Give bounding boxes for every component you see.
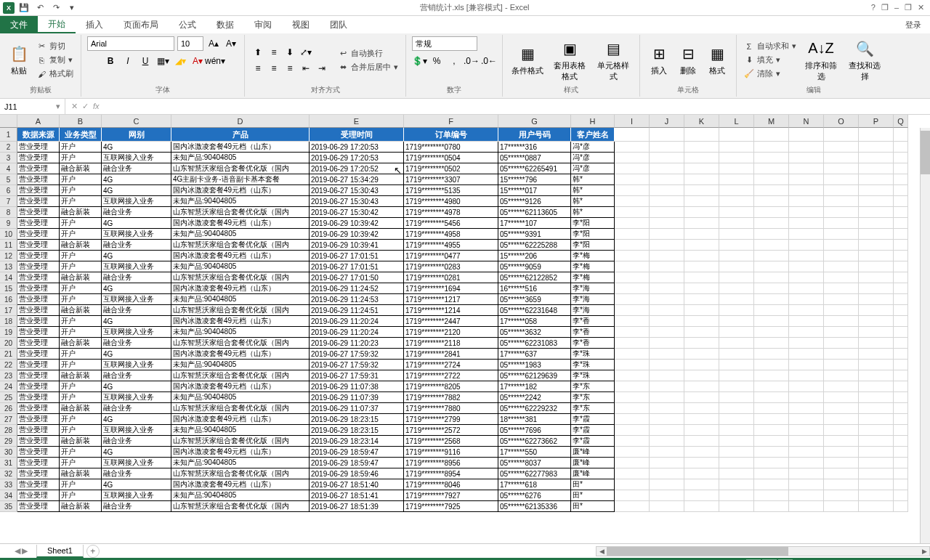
- cell-M30[interactable]: [754, 447, 789, 458]
- cell-C20[interactable]: 融合业务: [102, 338, 171, 349]
- cell-F3[interactable]: 1719********0504: [404, 153, 498, 163]
- cell-M25[interactable]: [754, 392, 789, 403]
- row-header-28[interactable]: 28: [0, 425, 17, 436]
- cell-N19[interactable]: [789, 327, 824, 338]
- cell-J35[interactable]: [650, 501, 684, 512]
- cell-F6[interactable]: 1719********5135: [404, 185, 498, 196]
- cell-C23[interactable]: 融合业务: [102, 370, 171, 381]
- cell-D35[interactable]: 山东智慧沃家组合套餐优化版（国内: [171, 501, 310, 512]
- cell-E10[interactable]: 2019-06-29 10:39:42: [310, 229, 404, 240]
- cell-J7[interactable]: [650, 196, 684, 207]
- row-header-29[interactable]: 29: [0, 436, 17, 447]
- cell-F34[interactable]: 1719********7927: [404, 490, 498, 501]
- cell-H31[interactable]: 廉*峰: [571, 458, 615, 468]
- cell-Q14[interactable]: [894, 272, 908, 283]
- cell-C30[interactable]: 4G: [102, 447, 171, 458]
- cell-Q26[interactable]: [894, 403, 908, 414]
- cell-E21[interactable]: 2019-06-27 17:59:32: [310, 349, 404, 360]
- cell-F2[interactable]: 1719********0780: [404, 142, 498, 153]
- cell-P8[interactable]: [859, 207, 894, 218]
- cell-N27[interactable]: [789, 414, 824, 425]
- cell-E31[interactable]: 2019-06-29 18:59:47: [310, 458, 404, 468]
- cell-K7[interactable]: [684, 196, 719, 207]
- increase-font-button[interactable]: A▴: [206, 36, 221, 51]
- cell-M33[interactable]: [754, 479, 789, 490]
- cell-P12[interactable]: [859, 251, 894, 261]
- cell-G28[interactable]: 05******7696: [498, 425, 571, 436]
- cell-Q2[interactable]: [894, 142, 908, 153]
- cell-A21[interactable]: 营业受理: [17, 349, 60, 360]
- column-header-Q[interactable]: Q: [894, 115, 908, 128]
- cell-N30[interactable]: [789, 447, 824, 458]
- cell-D9[interactable]: 国内冰激凌套餐49元档（山东）: [171, 218, 310, 229]
- cell-B32[interactable]: 融合新装: [60, 468, 102, 479]
- border-button[interactable]: ▦▾: [155, 54, 170, 68]
- cell-C11[interactable]: 融合业务: [102, 240, 171, 251]
- column-header-P[interactable]: P: [859, 115, 894, 128]
- cell-P34[interactable]: [859, 490, 894, 501]
- column-header-E[interactable]: E: [310, 115, 404, 128]
- save-button[interactable]: 💾: [17, 1, 31, 15]
- cell-F12[interactable]: 1719********0477: [404, 251, 498, 261]
- cell-B10[interactable]: 开户: [60, 229, 102, 240]
- cell-I20[interactable]: [615, 338, 650, 349]
- cell-K2[interactable]: [684, 142, 719, 153]
- cell-J28[interactable]: [650, 425, 684, 436]
- cell-A20[interactable]: 营业受理: [17, 338, 60, 349]
- cell-P35[interactable]: [859, 501, 894, 512]
- tab-home[interactable]: 开始: [38, 16, 76, 33]
- cell-F20[interactable]: 1719********2118: [404, 338, 498, 349]
- cell-F25[interactable]: 1719********7882: [404, 392, 498, 403]
- cell-D20[interactable]: 山东智慧沃家组合套餐优化版（国内: [171, 338, 310, 349]
- cell-N5[interactable]: [789, 174, 824, 185]
- cell-N14[interactable]: [789, 272, 824, 283]
- cell-O29[interactable]: [824, 436, 859, 447]
- cell-G25[interactable]: 05******2242: [498, 392, 571, 403]
- cell-G31[interactable]: 05******8037: [498, 458, 571, 468]
- cell-M5[interactable]: [754, 174, 789, 185]
- cell-J14[interactable]: [650, 272, 684, 283]
- cell-F31[interactable]: 1719********8956: [404, 458, 498, 468]
- row-header-32[interactable]: 32: [0, 468, 17, 479]
- cell-B30[interactable]: 开户: [60, 447, 102, 458]
- cell-L5[interactable]: [719, 174, 754, 185]
- cell-G13[interactable]: 05******9059: [498, 261, 571, 272]
- cell-F22[interactable]: 1719********2724: [404, 360, 498, 370]
- cell-J17[interactable]: [650, 305, 684, 316]
- cell-M7[interactable]: [754, 196, 789, 207]
- cell-J10[interactable]: [650, 229, 684, 240]
- cell-O30[interactable]: [824, 447, 859, 458]
- cell-B25[interactable]: 开户: [60, 392, 102, 403]
- column-header-F[interactable]: F: [404, 115, 498, 128]
- cell-M23[interactable]: [754, 370, 789, 381]
- underline-button[interactable]: U: [138, 54, 153, 68]
- row-header-33[interactable]: 33: [0, 479, 17, 490]
- cell-H29[interactable]: 李*霞: [571, 436, 615, 447]
- cell-Q9[interactable]: [894, 218, 908, 229]
- cell-C18[interactable]: 4G: [102, 316, 171, 327]
- cell-E7[interactable]: 2019-06-27 15:30:43: [310, 196, 404, 207]
- cell-F24[interactable]: 1719********8205: [404, 381, 498, 392]
- cell-G6[interactable]: 15******017: [498, 185, 571, 196]
- cancel-formula-icon[interactable]: ✕: [71, 102, 78, 111]
- cell-B19[interactable]: 开户: [60, 327, 102, 338]
- cell-P29[interactable]: [859, 436, 894, 447]
- cell-G16[interactable]: 05******3659: [498, 294, 571, 305]
- cell-E14[interactable]: 2019-06-27 17:01:50: [310, 272, 404, 283]
- cell-J31[interactable]: [650, 458, 684, 468]
- cell-B6[interactable]: 开户: [60, 185, 102, 196]
- tab-insert[interactable]: 插入: [76, 16, 113, 33]
- row-header-19[interactable]: 19: [0, 327, 17, 338]
- cell-N9[interactable]: [789, 218, 824, 229]
- cell-I10[interactable]: [615, 229, 650, 240]
- cell-F15[interactable]: 1719********1694: [404, 283, 498, 294]
- cell-P15[interactable]: [859, 283, 894, 294]
- cell-M35[interactable]: [754, 501, 789, 512]
- cell-J12[interactable]: [650, 251, 684, 261]
- cell-I25[interactable]: [615, 392, 650, 403]
- cell-D6[interactable]: 国内冰激凌套餐49元档（山东）: [171, 185, 310, 196]
- cell-Q31[interactable]: [894, 458, 908, 468]
- cell-P19[interactable]: [859, 327, 894, 338]
- cell-K26[interactable]: [684, 403, 719, 414]
- cell-A25[interactable]: 营业受理: [17, 392, 60, 403]
